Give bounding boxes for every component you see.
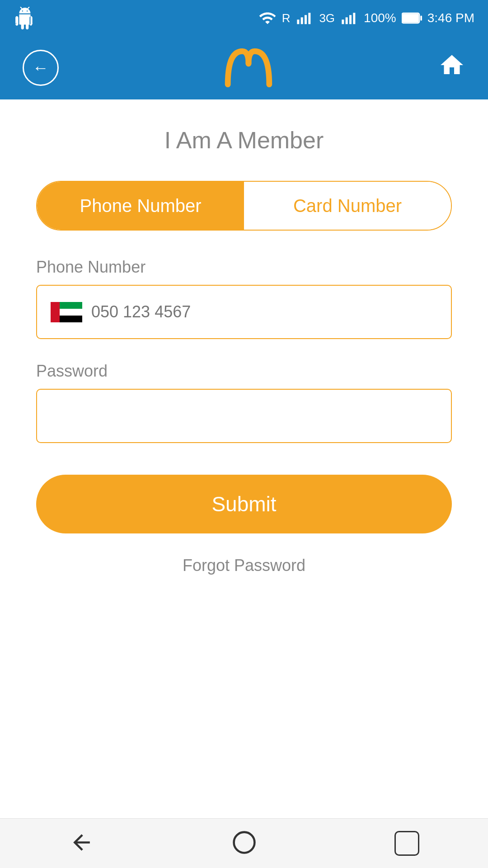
wifi-icon: [258, 9, 277, 27]
time-display: 3:46 PM: [427, 11, 474, 25]
svg-rect-4: [342, 19, 344, 24]
nav-recent-icon: [394, 831, 419, 856]
status-bar-left: [14, 7, 36, 29]
svg-rect-14: [60, 309, 82, 316]
svg-rect-10: [403, 14, 419, 23]
password-input[interactable]: [37, 390, 451, 442]
tab-switcher: Phone Number Card Number: [36, 181, 452, 231]
status-bar-right: R 3G 100% 3:46 PM: [258, 9, 474, 27]
back-arrow-icon: ←: [33, 60, 49, 76]
network-type: 3G: [319, 11, 335, 25]
svg-point-16: [234, 832, 254, 853]
uae-flag-icon: [51, 302, 82, 322]
main-content: I Am A Member Phone Number Card Number P…: [0, 99, 488, 602]
password-input-container[interactable]: [36, 389, 452, 443]
android-icon: [14, 7, 36, 29]
nav-recent-button[interactable]: [394, 831, 419, 856]
phone-number-label: Phone Number: [36, 258, 452, 277]
battery-level: 100%: [364, 11, 396, 25]
battery-icon: [402, 11, 422, 25]
card-number-tab[interactable]: Card Number: [244, 182, 451, 230]
roaming-indicator: R: [282, 11, 291, 25]
submit-button[interactable]: Submit: [36, 475, 452, 533]
svg-rect-7: [353, 13, 355, 24]
nav-home-icon: [232, 830, 257, 855]
svg-rect-11: [420, 15, 422, 20]
signal-icon: [296, 9, 314, 27]
phone-number-tab[interactable]: Phone Number: [37, 182, 244, 230]
nav-home-button[interactable]: [232, 830, 257, 857]
back-button[interactable]: ←: [23, 50, 59, 86]
app-bar: ←: [0, 36, 488, 99]
status-bar: R 3G 100% 3:46 PM: [0, 0, 488, 36]
svg-rect-5: [346, 17, 348, 24]
nav-back-button[interactable]: [69, 830, 94, 857]
phone-input-container[interactable]: [36, 285, 452, 339]
login-form: Phone Number Password Submit Fo: [36, 258, 452, 575]
bottom-nav: [0, 818, 488, 868]
svg-rect-15: [60, 316, 82, 322]
phone-number-input[interactable]: [91, 302, 437, 321]
page-title: I Am A Member: [36, 127, 452, 154]
svg-rect-2: [305, 15, 307, 24]
forgot-password-link[interactable]: Forgot Password: [36, 556, 452, 575]
svg-rect-12: [51, 302, 60, 322]
home-icon: [438, 52, 465, 79]
svg-rect-1: [301, 17, 303, 24]
logo-container: [224, 43, 273, 93]
signal2-icon: [340, 9, 358, 27]
svg-rect-3: [309, 13, 311, 24]
password-label: Password: [36, 362, 452, 381]
svg-rect-13: [60, 302, 82, 309]
home-button[interactable]: [438, 52, 465, 84]
svg-rect-6: [349, 15, 352, 24]
nav-back-icon: [69, 830, 94, 855]
svg-rect-0: [297, 19, 300, 24]
app-logo: [224, 43, 273, 93]
